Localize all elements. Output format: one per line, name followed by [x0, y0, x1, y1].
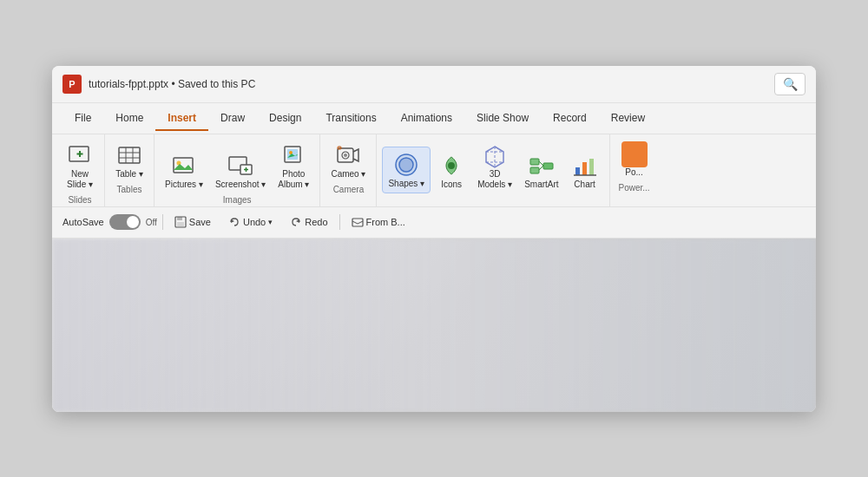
- tab-file[interactable]: File: [62, 105, 103, 131]
- tables-label: Tables: [117, 185, 142, 194]
- undo-dropdown[interactable]: ▾: [268, 218, 273, 226]
- cameo-label: Cameo ▾: [331, 169, 365, 180]
- shapes-button[interactable]: Shapes ▾: [382, 147, 431, 193]
- shapes-icon: [392, 151, 420, 179]
- svg-rect-63: [177, 222, 184, 226]
- table-icon: [115, 141, 143, 169]
- ribbon-group-power: Po... Power...: [610, 134, 659, 206]
- svg-rect-8: [174, 158, 193, 173]
- tab-design[interactable]: Design: [257, 105, 313, 131]
- shapes-label: Shapes ▾: [388, 179, 424, 189]
- ribbon-group-images: Pictures ▾ Screenshot ▾: [155, 134, 320, 206]
- svg-rect-26: [530, 167, 539, 173]
- svg-rect-25: [530, 159, 539, 165]
- redo-label: Redo: [305, 217, 327, 227]
- power-icon: [621, 141, 648, 167]
- app-window: P tutorials-fppt.pptx • Saved to this PC…: [52, 66, 816, 412]
- svg-marker-64: [231, 219, 234, 223]
- icons-button[interactable]: Icons: [432, 148, 470, 193]
- screenshot-label: Screenshot ▾: [215, 180, 266, 190]
- save-label: Save: [189, 217, 211, 227]
- tab-slideshow[interactable]: Slide Show: [464, 105, 541, 131]
- 3d-models-button[interactable]: 3DModels ▾: [472, 138, 517, 193]
- autosave-label: AutoSave: [62, 217, 104, 227]
- tab-review[interactable]: Review: [599, 105, 657, 131]
- 3d-models-icon: [481, 141, 509, 169]
- tab-draw[interactable]: Draw: [208, 105, 257, 131]
- svg-rect-31: [582, 162, 587, 175]
- smartart-label: SmartArt: [524, 180, 558, 190]
- tables-group-items: Table ▾: [110, 138, 148, 183]
- toggle-knob: [127, 216, 139, 228]
- svg-point-19: [344, 154, 347, 157]
- icons-icon: [437, 152, 465, 180]
- photo-album-button[interactable]: PhotoAlbum ▾: [273, 138, 314, 193]
- photo-album-label: PhotoAlbum ▾: [278, 169, 309, 190]
- svg-rect-32: [589, 159, 594, 175]
- illustrations-group-items: Shapes ▾ Icons: [382, 138, 603, 193]
- photo-album-icon: [279, 141, 307, 169]
- tab-home[interactable]: Home: [103, 105, 155, 131]
- search-box[interactable]: 🔍: [774, 73, 806, 95]
- svg-line-28: [539, 161, 543, 166]
- screenshot-icon: [227, 152, 254, 180]
- pictures-label: Pictures ▾: [165, 180, 203, 190]
- from-button[interactable]: From B...: [345, 213, 411, 231]
- slides-group-items: NewSlide ▾: [61, 138, 99, 193]
- smartart-button[interactable]: SmartArt: [519, 148, 563, 193]
- chart-button[interactable]: Chart: [566, 148, 604, 193]
- cameo-button[interactable]: Cameo ▾: [326, 138, 371, 183]
- svg-rect-27: [543, 163, 553, 169]
- separator-1: [162, 214, 163, 230]
- chart-label: Chart: [574, 180, 595, 190]
- smartart-icon: [528, 152, 556, 180]
- screenshot-button[interactable]: Screenshot ▾: [210, 148, 271, 193]
- cameo-icon: [334, 141, 362, 169]
- svg-point-23: [399, 158, 413, 172]
- icons-label: Icons: [441, 180, 462, 190]
- camera-label: Camera: [333, 185, 365, 194]
- ribbon-group-tables: Table ▾ Tables: [105, 134, 155, 206]
- power-button[interactable]: Po...: [615, 138, 654, 181]
- images-group-items: Pictures ▾ Screenshot ▾: [160, 138, 314, 193]
- pictures-icon: [170, 152, 198, 180]
- new-slide-button[interactable]: NewSlide ▾: [61, 138, 99, 193]
- tab-insert[interactable]: Insert: [155, 105, 208, 131]
- svg-rect-3: [119, 147, 140, 163]
- table-button[interactable]: Table ▾: [110, 138, 148, 183]
- images-label: Images: [223, 195, 252, 205]
- pictures-button[interactable]: Pictures ▾: [160, 148, 208, 193]
- tab-bar: File Home Insert Draw Design Transitions…: [52, 103, 816, 134]
- content-blur: [52, 238, 816, 412]
- ribbon-group-illustrations: Shapes ▾ Icons: [377, 134, 609, 206]
- tab-animations[interactable]: Animations: [389, 105, 464, 131]
- table-label: Table ▾: [115, 169, 143, 180]
- ppt-logo: P: [62, 75, 82, 94]
- power-label: Po...: [625, 167, 643, 178]
- tab-transitions[interactable]: Transitions: [313, 105, 388, 131]
- svg-line-29: [539, 166, 543, 170]
- svg-rect-21: [338, 147, 341, 149]
- tab-record[interactable]: Record: [541, 105, 599, 131]
- autosave-toggle[interactable]: [109, 214, 141, 230]
- svg-rect-30: [575, 167, 580, 175]
- separator-2: [339, 214, 340, 230]
- svg-marker-65: [296, 219, 299, 223]
- svg-rect-66: [352, 219, 363, 226]
- camera-group-items: Cameo ▾: [326, 138, 371, 183]
- 3d-models-label: 3DModels ▾: [477, 169, 512, 190]
- save-button[interactable]: Save: [168, 213, 217, 231]
- svg-rect-62: [177, 217, 182, 220]
- undo-button[interactable]: Undo ▾: [222, 213, 279, 231]
- slides-label: Slides: [68, 195, 91, 205]
- from-label: From B...: [366, 217, 405, 227]
- window-title: tutorials-fppt.pptx • Saved to this PC: [89, 78, 767, 90]
- autosave-state: Off: [146, 218, 157, 227]
- svg-point-24: [448, 162, 455, 169]
- power-label-group: Power...: [619, 183, 650, 193]
- redo-button[interactable]: Redo: [284, 213, 333, 231]
- quick-access-toolbar: AutoSave Off Save Undo ▾ Redo From B...: [52, 207, 816, 238]
- title-bar: P tutorials-fppt.pptx • Saved to this PC…: [52, 66, 816, 103]
- chart-icon: [571, 152, 599, 180]
- ribbon: NewSlide ▾ Slides: [52, 134, 816, 207]
